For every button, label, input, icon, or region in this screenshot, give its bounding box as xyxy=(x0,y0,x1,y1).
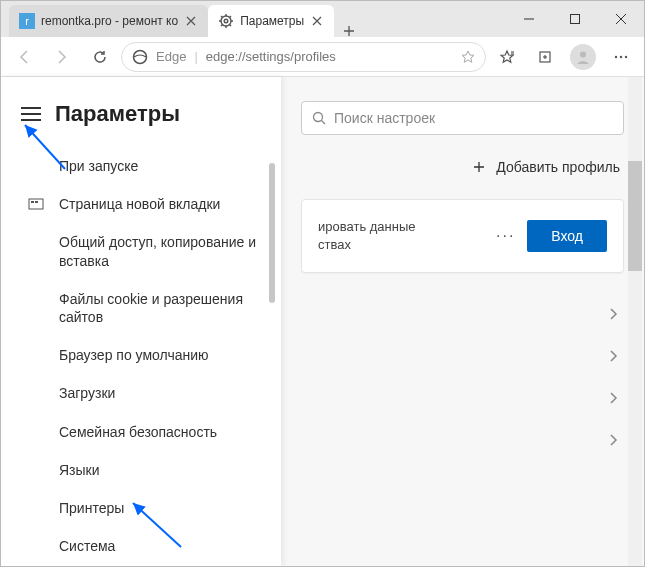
main-scrollbar-thumb[interactable] xyxy=(628,161,642,271)
sync-card: ировать данные ствах ··· Вход xyxy=(301,199,624,273)
svg-point-24 xyxy=(314,113,323,122)
chevron-right-icon xyxy=(608,391,618,405)
chevron-right-icon xyxy=(608,433,618,447)
more-icon[interactable]: ··· xyxy=(496,227,515,245)
svg-point-3 xyxy=(224,19,228,23)
avatar-icon xyxy=(570,44,596,70)
content-area: Поиск настроек Добавить профиль ировать … xyxy=(1,77,644,566)
sidebar-item-reset[interactable]: Сбросить настройки xyxy=(1,565,281,566)
settings-sidebar: Параметры При запуске Страница новой вкл… xyxy=(1,77,281,566)
tabs: r remontka.pro - ремонт ко Параметры xyxy=(1,1,506,37)
svg-line-9 xyxy=(230,25,232,27)
chevron-right-icon xyxy=(608,307,618,321)
list-item[interactable] xyxy=(301,419,624,461)
add-profile-label: Добавить профиль xyxy=(496,159,620,175)
sidebar-item-startup[interactable]: При запуске xyxy=(1,147,281,185)
svg-rect-28 xyxy=(35,201,38,203)
list-item[interactable] xyxy=(301,293,624,335)
close-window-button[interactable] xyxy=(598,1,644,37)
hamburger-icon[interactable] xyxy=(21,107,41,121)
sidebar-item-printers[interactable]: Принтеры xyxy=(1,489,281,527)
search-icon xyxy=(312,111,326,125)
sidebar-item-system[interactable]: Система xyxy=(1,527,281,565)
new-tab-button[interactable] xyxy=(334,25,364,37)
favorite-icon[interactable] xyxy=(461,50,475,64)
separator: | xyxy=(194,49,197,64)
menu-button[interactable] xyxy=(604,41,638,73)
svg-line-8 xyxy=(221,16,223,18)
titlebar: r remontka.pro - ремонт ко Параметры xyxy=(1,1,644,37)
collections-button[interactable] xyxy=(528,41,562,73)
settings-search[interactable]: Поиск настроек xyxy=(301,101,624,135)
main-scrollbar-track[interactable] xyxy=(628,77,642,566)
sidebar-item-share[interactable]: Общий доступ, копирование и вставка xyxy=(1,223,281,279)
main-panel: Поиск настроек Добавить профиль ировать … xyxy=(281,77,644,566)
svg-rect-13 xyxy=(571,15,580,24)
svg-point-20 xyxy=(580,51,586,57)
sidebar-item-downloads[interactable]: Загрузки xyxy=(1,374,281,412)
tab-label: remontka.pro - ремонт ко xyxy=(41,14,178,28)
close-icon[interactable] xyxy=(184,14,198,28)
profile-rows xyxy=(301,293,624,461)
svg-rect-26 xyxy=(29,199,43,209)
tab-settings[interactable]: Параметры xyxy=(208,5,334,37)
sidebar-item-default-browser[interactable]: Браузер по умолчанию xyxy=(1,336,281,374)
svg-text:r: r xyxy=(25,15,29,27)
back-button[interactable] xyxy=(7,41,41,73)
chevron-right-icon xyxy=(608,349,618,363)
add-profile-button[interactable]: Добавить профиль xyxy=(301,155,624,179)
window-controls xyxy=(506,1,644,37)
sidebar-item-cookies[interactable]: Файлы cookie и разрешения сайтов xyxy=(1,280,281,336)
svg-point-21 xyxy=(615,55,617,57)
search-placeholder: Поиск настроек xyxy=(334,110,435,126)
tab-label: Параметры xyxy=(240,14,304,28)
sync-description: ировать данные ствах xyxy=(318,218,484,254)
svg-point-22 xyxy=(620,55,622,57)
plus-icon xyxy=(472,160,486,174)
toolbar: Edge | edge://settings/profiles xyxy=(1,37,644,77)
close-icon[interactable] xyxy=(310,14,324,28)
refresh-button[interactable] xyxy=(83,41,117,73)
svg-rect-27 xyxy=(31,201,34,203)
url-text: edge://settings/profiles xyxy=(206,49,453,64)
sidebar-item-newtab[interactable]: Страница новой вкладки xyxy=(1,185,281,223)
sidebar-title: Параметры xyxy=(55,101,180,127)
sidebar-scrollbar-thumb[interactable] xyxy=(269,163,275,303)
list-item[interactable] xyxy=(301,335,624,377)
gear-icon xyxy=(218,13,234,29)
sidebar-item-family[interactable]: Семейная безопасность xyxy=(1,413,281,451)
maximize-button[interactable] xyxy=(552,1,598,37)
favicon-remontka: r xyxy=(19,13,35,29)
favorites-button[interactable] xyxy=(490,41,524,73)
sidebar-header: Параметры xyxy=(1,77,281,139)
newtab-icon xyxy=(27,198,45,210)
address-bar[interactable]: Edge | edge://settings/profiles xyxy=(121,42,486,72)
sidebar-item-languages[interactable]: Языки xyxy=(1,451,281,489)
profile-button[interactable] xyxy=(566,41,600,73)
signin-button[interactable]: Вход xyxy=(527,220,607,252)
sidebar-list: При запуске Страница новой вкладки Общий… xyxy=(1,139,281,566)
svg-line-25 xyxy=(322,121,326,125)
svg-point-14 xyxy=(134,50,147,63)
svg-point-23 xyxy=(625,55,627,57)
tab-remontka[interactable]: r remontka.pro - ремонт ко xyxy=(9,5,208,37)
edge-label: Edge xyxy=(156,49,186,64)
svg-line-11 xyxy=(221,25,223,27)
minimize-button[interactable] xyxy=(506,1,552,37)
forward-button[interactable] xyxy=(45,41,79,73)
edge-logo-icon xyxy=(132,49,148,65)
list-item[interactable] xyxy=(301,377,624,419)
svg-line-10 xyxy=(230,16,232,18)
